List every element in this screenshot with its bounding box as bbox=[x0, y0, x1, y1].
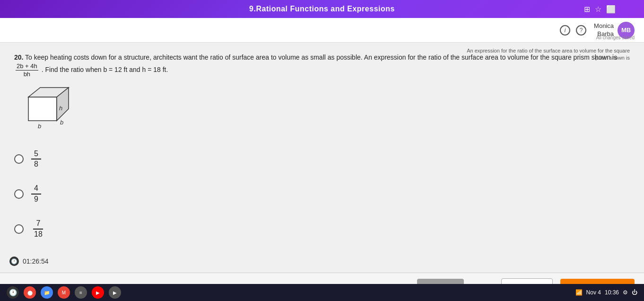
header-bar: i ? Monica Barba MB All changes saved bbox=[0, 18, 644, 43]
timer-value: 01:26:54 bbox=[23, 257, 49, 265]
header-icons: i ? bbox=[560, 25, 586, 35]
top-right-icons: ⊞ ☆ ⬜ bbox=[584, 5, 616, 14]
fraction-A: 5 8 bbox=[31, 149, 41, 170]
help-icon[interactable]: ? bbox=[576, 25, 586, 35]
info-icon[interactable]: i bbox=[560, 25, 570, 35]
taskbar-files-icon[interactable]: 📁 bbox=[41, 286, 53, 299]
taskbar-date: Nov 4 bbox=[586, 289, 601, 296]
view-icon[interactable]: ⊞ bbox=[584, 5, 590, 14]
taskbar-left: 🕐 ⬤ 📁 M ≡ ▶ ▶ bbox=[7, 286, 121, 299]
radio-C[interactable] bbox=[14, 224, 24, 234]
expression-fraction: 2b + 4h bh bbox=[16, 62, 38, 78]
taskbar-chrome-icon[interactable]: ⬤ bbox=[24, 286, 36, 299]
taskbar-arrow-icon[interactable]: ▶ bbox=[109, 286, 121, 299]
box-illustration: h b b bbox=[19, 83, 630, 140]
taskbar: 🕐 ⬤ 📁 M ≡ ▶ ▶ 📶 Nov 4 10:36 ⚙ ⏻ bbox=[0, 284, 644, 301]
fraction-B: 4 9 bbox=[31, 184, 41, 204]
changes-saved: All changes saved bbox=[596, 35, 635, 40]
side-note: An expression for the ratio of the surfa… bbox=[464, 47, 630, 62]
taskbar-time: 10:36 bbox=[605, 289, 619, 296]
window-icon[interactable]: ⬜ bbox=[606, 5, 616, 14]
top-banner: 9.Rational Functions and Expressions ⊞ ☆… bbox=[0, 0, 644, 18]
taskbar-gmail-icon[interactable]: M bbox=[58, 286, 70, 299]
timer: 🕐 01:26:54 bbox=[9, 257, 49, 266]
taskbar-wifi-icon: 📶 bbox=[575, 289, 583, 296]
star-icon[interactable]: ☆ bbox=[595, 5, 601, 14]
taskbar-right: 📶 Nov 4 10:36 ⚙ ⏻ bbox=[575, 289, 637, 296]
taskbar-clock-icon[interactable]: 🕐 bbox=[7, 286, 19, 299]
choice-A[interactable]: 5 8 bbox=[14, 149, 630, 170]
fraction-C: 7 18 bbox=[31, 219, 45, 239]
svg-marker-0 bbox=[28, 97, 57, 121]
taskbar-yt-icon[interactable]: ▶ bbox=[92, 286, 104, 299]
timer-icon: 🕐 bbox=[9, 257, 19, 266]
choice-C[interactable]: 7 18 bbox=[14, 219, 630, 239]
taskbar-power-icon[interactable]: ⏻ bbox=[632, 289, 637, 296]
taskbar-settings-icon[interactable]: ⚙ bbox=[623, 289, 628, 296]
svg-text:b: b bbox=[38, 123, 41, 130]
cube-svg: h b b bbox=[19, 83, 80, 140]
main-content: An expression for the ratio of the surfa… bbox=[0, 43, 644, 273]
choice-B[interactable]: 4 9 bbox=[14, 184, 630, 204]
choices-list: 5 8 4 9 7 18 bbox=[14, 149, 630, 239]
radio-A[interactable] bbox=[14, 154, 24, 164]
taskbar-menu-icon[interactable]: ≡ bbox=[75, 286, 87, 299]
svg-text:h: h bbox=[59, 105, 62, 112]
banner-title: 9.Rational Functions and Expressions bbox=[249, 5, 395, 13]
svg-text:b: b bbox=[60, 119, 63, 126]
radio-B[interactable] bbox=[14, 189, 24, 199]
